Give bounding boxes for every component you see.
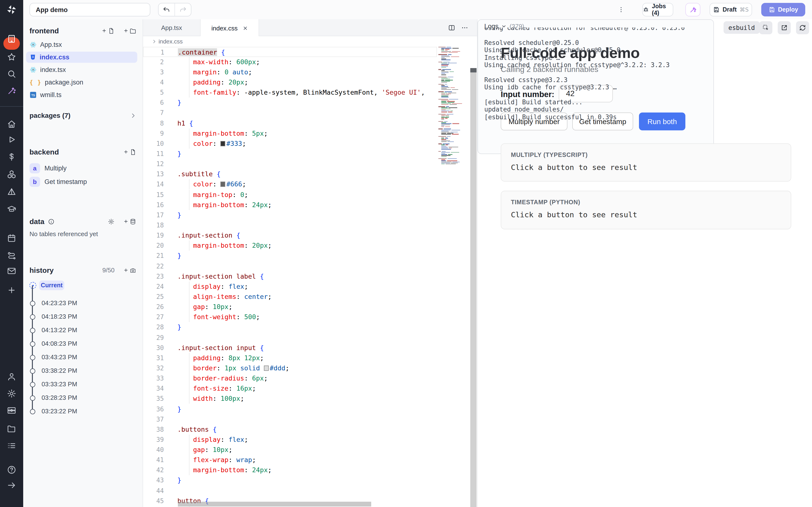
add-runnable-button[interactable]	[123, 149, 136, 155]
history-entry[interactable]: 03:33:23 PM	[42, 381, 77, 388]
sidebar-item-cubes[interactable]	[7, 169, 16, 179]
line-number: 10	[143, 138, 164, 149]
minimap-line	[441, 57, 445, 58]
file-item-index.css[interactable]: 3index.css	[26, 52, 137, 63]
history-current-dot[interactable]	[30, 282, 36, 289]
minimap-line	[441, 116, 449, 117]
history-current-badge[interactable]: Current	[39, 281, 64, 290]
minimap-line	[441, 126, 450, 127]
sidebar-item-home[interactable]	[7, 119, 16, 129]
editor-more-icon[interactable]	[461, 24, 468, 32]
redo-button[interactable]	[175, 3, 191, 16]
breadcrumb[interactable]: index.css	[143, 36, 477, 46]
history-entry[interactable]: 03:28:23 PM	[42, 394, 77, 401]
sidebar-item-wand[interactable]	[7, 86, 16, 96]
log-line: updated node_modules/	[484, 106, 714, 113]
history-entry[interactable]: 04:08:23 PM	[42, 340, 77, 347]
sidebar-item-prism[interactable]	[7, 187, 16, 196]
file-item-wmill.ts[interactable]: TSwmill.ts	[26, 89, 137, 101]
app-title-input[interactable]: App demo	[30, 3, 150, 16]
history-entry[interactable]: 04:23:23 PM	[42, 299, 77, 306]
code-line-31: 31 padding: 8px 12px;	[143, 353, 437, 363]
code-content[interactable]: 1.container {2 max-width: 600px;3 margin…	[143, 46, 477, 507]
history-entry-dot[interactable]	[30, 355, 35, 360]
history-entry-dot[interactable]	[30, 368, 35, 374]
ai-wand-button[interactable]	[686, 3, 700, 16]
indent-guide	[189, 435, 190, 445]
history-entry-dot[interactable]	[30, 382, 35, 387]
wand-icon	[7, 86, 16, 96]
runnable-get-timestamp[interactable]: b Get timestamp	[30, 177, 87, 187]
history-entry-dot[interactable]	[30, 409, 35, 414]
windmill-logo[interactable]	[0, 0, 23, 19]
sidebar-item-worker[interactable]	[7, 406, 16, 415]
split-view-icon[interactable]	[448, 24, 455, 32]
history-entry[interactable]: 03:43:23 PM	[42, 353, 77, 361]
sidebar-item-search[interactable]	[7, 69, 16, 79]
code-line-38: 38.buttons {	[143, 425, 437, 435]
sidebar-item-folder[interactable]	[7, 424, 16, 434]
file-name: App.tsx	[40, 41, 62, 48]
sidebar-item-person[interactable]	[7, 372, 16, 382]
file-item-package.json[interactable]: { }package.json	[26, 77, 137, 88]
sidebar-item-building[interactable]	[7, 34, 16, 44]
jobs-button[interactable]: Jobs (4)	[642, 3, 673, 16]
history-counter: 9/50	[102, 267, 114, 274]
undo-button[interactable]	[158, 3, 175, 16]
draft-save-button[interactable]: Draft ⌘S	[710, 3, 752, 16]
save-icon	[713, 6, 720, 13]
minimap[interactable]	[437, 47, 470, 507]
sidebar-item-help[interactable]	[7, 465, 16, 475]
history-entry-dot[interactable]	[30, 341, 35, 346]
sidebar-item-dollar[interactable]	[7, 152, 16, 162]
runnable-multiply[interactable]: a Multiply	[30, 163, 67, 173]
react-icon	[30, 66, 37, 73]
rail-divider	[0, 106, 23, 107]
file-item-index.tsx[interactable]: index.tsx	[26, 64, 137, 75]
history-entry-dot[interactable]	[30, 328, 35, 333]
sidebar-item-mail[interactable]	[7, 266, 16, 276]
sidebar-item-play[interactable]	[7, 135, 16, 145]
tab-index.css[interactable]: index.css	[201, 19, 259, 37]
history-entry-dot[interactable]	[30, 314, 35, 320]
tab-App.tsx[interactable]: App.tsx	[143, 19, 201, 36]
more-options-button[interactable]	[617, 3, 625, 16]
close-icon[interactable]	[242, 25, 248, 31]
history-entry[interactable]: 04:13:22 PM	[42, 326, 77, 334]
add-folder-button[interactable]	[123, 27, 136, 34]
sidebar-item-plus[interactable]	[7, 285, 16, 295]
history-entry-dot[interactable]	[30, 395, 35, 400]
windmill-pinwheel-icon	[6, 4, 17, 15]
code-line-9: 9 margin-bottom: 5px;	[143, 128, 437, 138]
code-line-8: 8h1 {	[143, 118, 437, 128]
history-entry-dot[interactable]	[30, 300, 35, 306]
sidebar-item-calendar[interactable]	[7, 233, 16, 243]
history-entry[interactable]: 03:38:22 PM	[42, 367, 77, 374]
file-item-App.tsx[interactable]: App.tsx	[26, 39, 137, 50]
add-file-button[interactable]	[101, 27, 114, 34]
packages-row[interactable]: packages (7)	[30, 112, 136, 119]
code-text: margin-bottom: 5px;	[177, 128, 268, 138]
sidebar-item-graduation-cap[interactable]	[7, 204, 16, 214]
sidebar-item-gear[interactable]	[7, 389, 16, 398]
indent-guide	[189, 88, 190, 98]
history-entry[interactable]: 04:18:23 PM	[42, 313, 77, 320]
draft-shortcut: ⌘S	[740, 6, 749, 13]
file-name: index.tsx	[40, 66, 66, 73]
vertical-scrollbar[interactable]	[470, 68, 476, 507]
logs-header[interactable]: Logs (379)	[484, 23, 524, 30]
history-entry[interactable]: 03:23:22 PM	[42, 407, 77, 415]
sidebar-item-route[interactable]	[7, 250, 16, 260]
code-line-39: 39 display: flex;	[143, 435, 437, 445]
add-table-button[interactable]	[123, 218, 136, 225]
deploy-button[interactable]: Deploy	[761, 3, 805, 16]
sidebar-item-arrow-right[interactable]	[7, 481, 16, 490]
snapshot-button[interactable]	[123, 267, 136, 274]
sidebar-item-star[interactable]	[7, 52, 16, 62]
line-number: 31	[143, 353, 164, 363]
sidebar-item-list[interactable]	[7, 441, 16, 451]
logs-panel[interactable]: Logs (379) Using cached resolution for s…	[477, 19, 714, 154]
code-text: }	[177, 149, 181, 159]
data-settings-button[interactable]	[108, 218, 114, 225]
horizontal-scrollbar[interactable]	[178, 502, 371, 507]
